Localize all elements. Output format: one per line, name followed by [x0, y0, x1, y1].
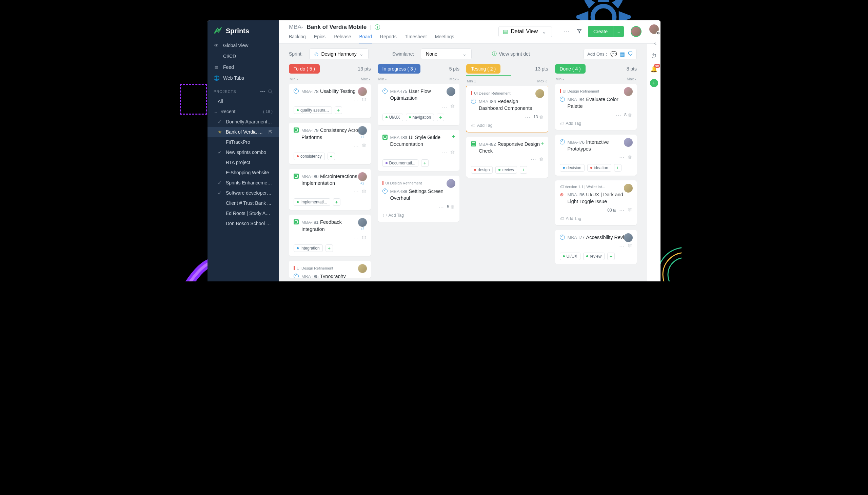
- sidebar-project-item[interactable]: Don Bosco School Co...: [207, 218, 279, 228]
- rail-user-avatar[interactable]: [649, 24, 659, 34]
- subtasks-icon[interactable]: [628, 207, 632, 213]
- assignee-avatar[interactable]: [624, 138, 633, 147]
- subtasks-icon[interactable]: [362, 189, 366, 195]
- filter-icon[interactable]: [575, 27, 583, 37]
- add-tag-button[interactable]: +: [520, 166, 527, 174]
- assignee-avatar[interactable]: [358, 87, 367, 96]
- subtasks-icon[interactable]: [628, 155, 632, 161]
- avatar-more[interactable]: +2: [360, 227, 364, 231]
- work-item-card[interactable]: 🏷 Version 1.1 | Wallet Int...⊗MBA-I96 UI…: [555, 181, 637, 225]
- card-tag[interactable]: Implementati...: [294, 198, 330, 206]
- card-menu-icon[interactable]: ⋯: [619, 243, 625, 249]
- assignee-avatar[interactable]: [446, 179, 455, 188]
- projects-menu-icon[interactable]: •••: [260, 89, 265, 94]
- swimlane-select[interactable]: None ⌄: [421, 49, 472, 59]
- card-menu-icon[interactable]: ⋯: [442, 150, 447, 156]
- sidebar-nav-global-view[interactable]: 👁Global View: [207, 40, 279, 51]
- subtasks-icon[interactable]: [362, 97, 366, 103]
- card-menu-icon[interactable]: ⋯: [525, 114, 531, 120]
- card-tag[interactable]: decision: [560, 164, 584, 172]
- sidebar-nav-feed[interactable]: ≣Feed: [207, 62, 279, 72]
- assignee-avatar[interactable]: [446, 87, 455, 96]
- tab-backlog[interactable]: Backlog: [289, 31, 306, 44]
- sidebar-project-item[interactable]: ✓Sprints Enhancements: [207, 178, 279, 188]
- card-menu-icon[interactable]: ⋯: [619, 154, 625, 161]
- assignee-avatar[interactable]: [624, 233, 633, 242]
- more-icon[interactable]: ⋯: [562, 27, 571, 37]
- subtasks-icon[interactable]: [450, 150, 455, 156]
- add-tag-link[interactable]: 🏷Add Tag: [560, 216, 632, 221]
- card-menu-icon[interactable]: ⋯: [353, 143, 359, 149]
- assignee-avatar[interactable]: [358, 264, 367, 273]
- addon-comment-icon[interactable]: 🗨: [628, 51, 633, 57]
- work-item-card[interactable]: MBA-I80 Microinteractions Implementation…: [289, 169, 371, 210]
- work-item-card[interactable]: MBA-I76 Interactive Prototypes⋯decisioni…: [555, 135, 637, 176]
- work-item-card[interactable]: MBA-I79 Consistency Across Platforms+2⋯c…: [289, 123, 371, 164]
- work-item-card[interactable]: MBA-I78 Usability Testing⋯quality assura…: [289, 84, 371, 118]
- work-item-card[interactable]: UI Design RefinementMBA-I85 Typography⋯: [289, 261, 371, 278]
- add-tag-button[interactable]: +: [333, 198, 340, 206]
- sidebar-project-item[interactable]: Client # Trust Bank ...: [207, 198, 279, 208]
- sidebar-item-recent[interactable]: ⌄ Recent ( 19 ): [207, 106, 279, 117]
- notifications-icon[interactable]: 🔔90: [650, 66, 658, 73]
- card-menu-icon[interactable]: ⋯: [353, 235, 359, 241]
- avatar-more[interactable]: +2: [360, 135, 364, 139]
- subtasks-icon[interactable]: [539, 157, 544, 163]
- add-tag-link[interactable]: 🏷Add Tag: [471, 123, 544, 128]
- avatar-more[interactable]: +2: [360, 182, 364, 185]
- work-item-card[interactable]: MBA-I82 Responsive Design Check+⋯designr…: [466, 137, 548, 178]
- add-tag-button[interactable]: +: [614, 164, 622, 172]
- add-tag-link[interactable]: 🏷Add Tag: [382, 213, 455, 218]
- assignee-avatar[interactable]: [624, 184, 633, 192]
- addon-board-icon[interactable]: ▦: [620, 51, 625, 57]
- card-tag[interactable]: quality assura...: [294, 106, 332, 114]
- add-tag-link[interactable]: 🏷Add Tag: [560, 121, 632, 126]
- subtasks-icon[interactable]: [628, 243, 632, 249]
- tab-board[interactable]: Board: [359, 31, 372, 44]
- add-tag-button[interactable]: +: [325, 244, 333, 252]
- sidebar-project-item[interactable]: ✓New sprints combo: [207, 147, 279, 157]
- card-menu-icon[interactable]: ⋯: [353, 97, 359, 103]
- sidebar-nav-web-tabs[interactable]: 🌐Web Tabs: [207, 72, 279, 83]
- column-status-pill[interactable]: In progress ( 3 ): [378, 64, 421, 73]
- tab-timesheet[interactable]: Timesheet: [405, 31, 427, 44]
- add-tag-button[interactable]: +: [335, 106, 342, 114]
- card-menu-icon[interactable]: ⋯: [619, 207, 625, 214]
- column-status-pill[interactable]: Testing ( 2 ): [466, 64, 500, 73]
- card-add-icon[interactable]: +: [541, 140, 544, 147]
- sidebar-project-item[interactable]: ★Bank of Verdia Mobile⇱: [207, 127, 279, 137]
- add-tag-button[interactable]: +: [421, 159, 429, 167]
- card-tag[interactable]: review: [495, 166, 517, 174]
- card-tag[interactable]: review: [583, 253, 605, 260]
- info-icon[interactable]: i: [375, 24, 380, 30]
- tab-reports[interactable]: Reports: [380, 31, 397, 44]
- column-status-pill[interactable]: To do ( 5 ): [289, 64, 320, 73]
- card-add-icon[interactable]: +: [452, 133, 455, 140]
- sidebar-item-all[interactable]: All: [207, 96, 279, 106]
- card-menu-icon[interactable]: ⋯: [616, 112, 622, 118]
- assignee-avatar[interactable]: [358, 172, 367, 181]
- tab-meetings[interactable]: Meetings: [435, 31, 454, 44]
- work-item-card[interactable]: MBA-I75 User Flow Optimization⋯UI/UXnavi…: [378, 84, 460, 125]
- sidebar-project-item[interactable]: FitTrackPro: [207, 137, 279, 147]
- user-avatar[interactable]: [631, 26, 642, 37]
- card-tag[interactable]: Documentati...: [382, 159, 419, 167]
- card-tag[interactable]: UI/UX: [560, 253, 580, 260]
- timer-icon[interactable]: ⏱: [651, 53, 657, 60]
- subtasks-icon[interactable]: [362, 235, 366, 241]
- column-status-pill[interactable]: Done ( 4 ): [555, 64, 585, 73]
- rail-add-button[interactable]: +: [650, 79, 658, 87]
- tab-epics[interactable]: Epics: [314, 31, 325, 44]
- card-menu-icon[interactable]: ⋯: [531, 156, 537, 163]
- create-caret[interactable]: ⌄: [613, 26, 624, 37]
- card-tag[interactable]: design: [471, 166, 493, 174]
- assignee-avatar[interactable]: [535, 89, 544, 98]
- view-sprint-details[interactable]: ⓘ View sprint det: [492, 51, 530, 57]
- sidebar-project-item[interactable]: E-Shopping Website: [207, 168, 279, 178]
- card-tag[interactable]: consistency: [294, 153, 325, 160]
- sidebar-project-item[interactable]: RTA project: [207, 157, 279, 168]
- assignee-avatar[interactable]: [624, 87, 633, 96]
- add-tag-button[interactable]: +: [607, 253, 615, 260]
- projects-search-icon[interactable]: [268, 89, 273, 94]
- assignee-avatar[interactable]: [358, 126, 367, 135]
